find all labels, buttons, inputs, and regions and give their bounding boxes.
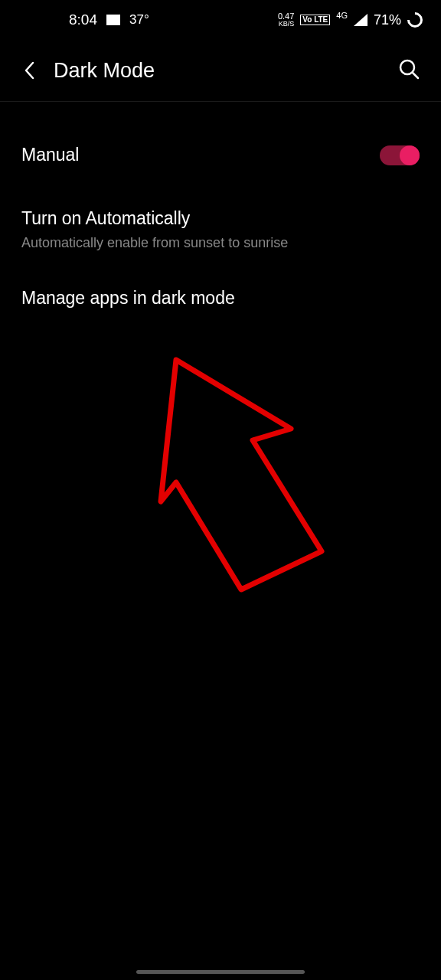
- status-temperature: 37°: [129, 12, 149, 28]
- manage-apps-title: Manage apps in dark mode: [21, 288, 420, 309]
- app-bar: Dark Mode: [0, 40, 441, 102]
- auto-subtitle: Automatically enable from sunset to sunr…: [21, 235, 420, 251]
- loading-circle-icon: [404, 9, 426, 31]
- network-type: 4G: [336, 11, 348, 20]
- settings-content: Manual Turn on Automatically Automatical…: [0, 102, 441, 309]
- status-data-rate: 0.47 KB/S: [278, 12, 294, 28]
- manual-toggle[interactable]: [380, 145, 420, 165]
- arrow-annotation: [153, 352, 337, 597]
- setting-manage-apps[interactable]: Manage apps in dark mode: [21, 251, 420, 309]
- search-icon: [398, 58, 420, 80]
- status-bar-left: 8:04 37°: [69, 11, 149, 28]
- picture-icon: [106, 15, 120, 25]
- setting-manual[interactable]: Manual: [21, 102, 420, 184]
- chevron-left-icon: [24, 61, 34, 80]
- volte-icon: Vo LTE: [300, 15, 330, 25]
- signal-icon: [354, 14, 368, 26]
- setting-auto[interactable]: Turn on Automatically Automatically enab…: [21, 184, 420, 251]
- home-indicator[interactable]: [136, 970, 305, 974]
- page-title: Dark Mode: [54, 59, 381, 83]
- status-bar: 8:04 37° 0.47 KB/S Vo LTE 4G 71%: [0, 0, 441, 40]
- status-time: 8:04: [69, 11, 97, 28]
- battery-percentage: 71%: [374, 12, 401, 28]
- status-bar-right: 0.47 KB/S Vo LTE 4G 71%: [278, 12, 423, 28]
- auto-title: Turn on Automatically: [21, 208, 420, 229]
- search-button[interactable]: [398, 58, 420, 83]
- svg-line-1: [413, 73, 418, 78]
- data-rate-unit: KB/S: [278, 21, 294, 28]
- back-button[interactable]: [21, 63, 37, 78]
- manual-label: Manual: [21, 145, 79, 165]
